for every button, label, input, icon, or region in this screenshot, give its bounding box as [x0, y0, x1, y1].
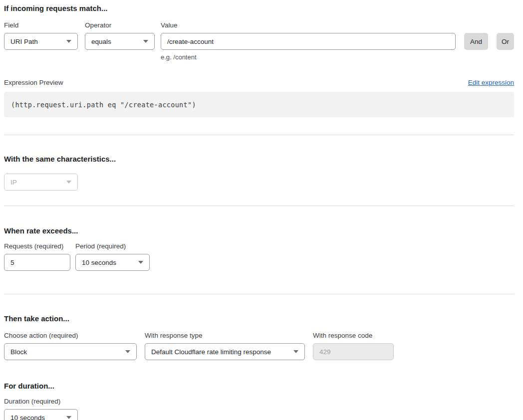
- response-type-label: With response type: [145, 331, 305, 340]
- chevron-down-icon: [125, 350, 130, 353]
- match-section-title: If incoming requests match...: [4, 3, 514, 13]
- section-divider: [4, 294, 514, 294]
- period-select-value: 10 seconds: [82, 259, 116, 266]
- characteristics-section-title: With the same characteristics...: [4, 154, 514, 164]
- chevron-down-icon: [66, 40, 71, 43]
- expression-preview-box: (http.request.uri.path eq "/create-accou…: [4, 92, 514, 117]
- characteristic-select: IP: [4, 174, 78, 191]
- action-section-title: Then take action...: [4, 314, 514, 323]
- action-section: Then take action... Choose action (requi…: [4, 314, 514, 360]
- duration-select-value: 10 seconds: [10, 414, 45, 420]
- chevron-down-icon: [66, 416, 71, 419]
- chevron-down-icon: [138, 261, 143, 264]
- response-type-select-value: Default Cloudflare rate limiting respons…: [151, 348, 271, 356]
- rate-limit-rule-form: If incoming requests match... Field URI …: [4, 0, 514, 420]
- period-label: Period (required): [75, 242, 150, 250]
- choose-action-label: Choose action (required): [4, 331, 137, 340]
- response-type-select[interactable]: Default Cloudflare rate limiting respons…: [145, 343, 305, 360]
- duration-section: For duration... Duration (required) 10 s…: [4, 381, 514, 420]
- chevron-down-icon: [66, 181, 71, 184]
- expression-text: (http.request.uri.path eq "/create-accou…: [11, 101, 196, 109]
- requests-label: Requests (required): [4, 242, 70, 250]
- duration-select[interactable]: 10 seconds: [4, 409, 78, 420]
- response-code-input: [313, 343, 394, 360]
- duration-section-title: For duration...: [4, 381, 514, 391]
- field-label: Field: [4, 21, 78, 29]
- value-label: Value: [161, 21, 456, 29]
- expression-preview-label: Expression Preview: [4, 78, 63, 87]
- requests-input[interactable]: [4, 254, 70, 271]
- value-helper-text: e.g. /content: [161, 53, 456, 61]
- edit-expression-link[interactable]: Edit expression: [468, 79, 514, 86]
- match-section: If incoming requests match... Field URI …: [4, 3, 514, 117]
- operator-select-value: equals: [91, 38, 111, 45]
- and-button[interactable]: And: [464, 33, 488, 50]
- action-select[interactable]: Block: [4, 343, 137, 360]
- characteristics-section: With the same characteristics... IP: [4, 154, 514, 191]
- action-select-value: Block: [10, 348, 27, 356]
- operator-select[interactable]: equals: [85, 33, 155, 50]
- chevron-down-icon: [143, 40, 148, 43]
- section-divider: [4, 206, 514, 206]
- or-button[interactable]: Or: [497, 33, 514, 50]
- rate-section: When rate exceeds... Requests (required)…: [4, 226, 514, 271]
- chevron-down-icon: [293, 350, 298, 353]
- field-select-value: URI Path: [10, 38, 38, 45]
- response-code-label: With response code: [313, 331, 394, 340]
- value-input[interactable]: [161, 33, 456, 50]
- field-select[interactable]: URI Path: [4, 33, 78, 50]
- characteristic-select-value: IP: [10, 179, 17, 186]
- rate-section-title: When rate exceeds...: [4, 226, 514, 235]
- operator-label: Operator: [85, 21, 155, 29]
- period-select[interactable]: 10 seconds: [75, 254, 150, 271]
- duration-label: Duration (required): [4, 397, 78, 406]
- section-divider: [4, 135, 514, 135]
